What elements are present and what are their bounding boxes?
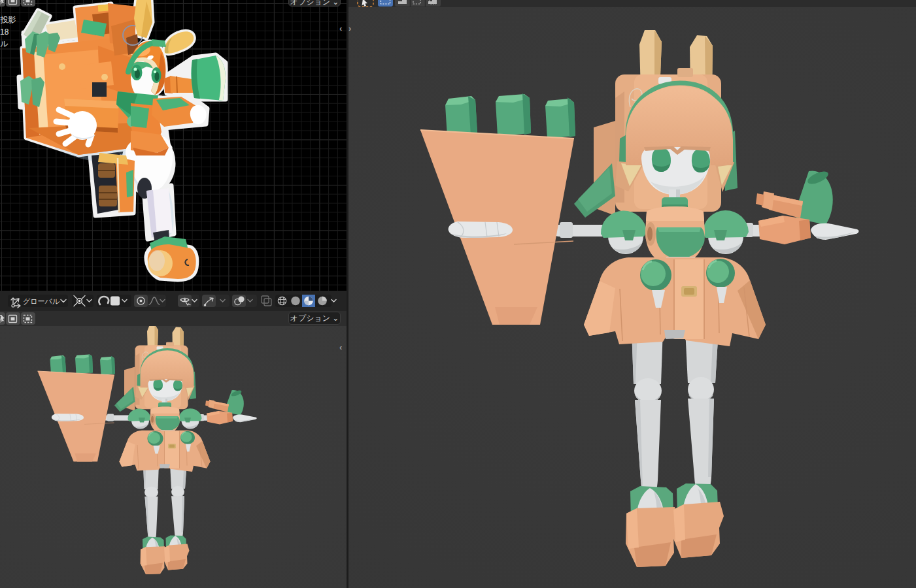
svg-text:グローバル: グローバル	[23, 297, 60, 305]
